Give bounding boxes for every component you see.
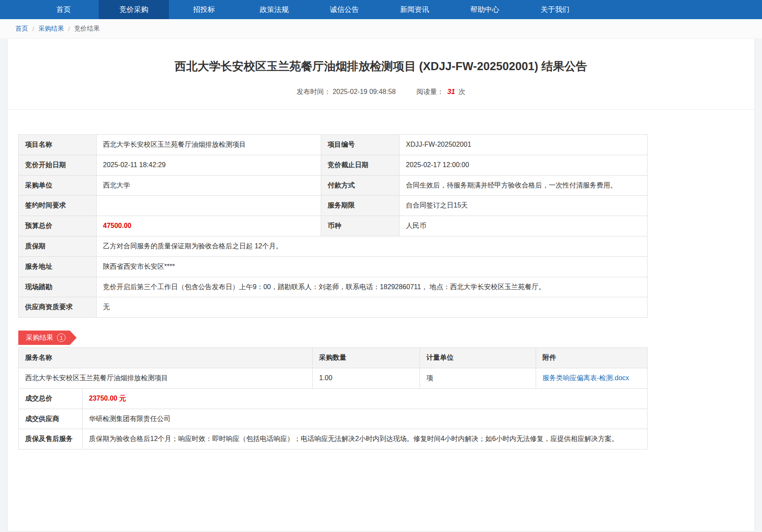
nav-item-news[interactable]: 新闻资讯 [380, 0, 450, 19]
views-label: 阅读量： [417, 88, 444, 95]
table-row: 现场踏勘 竞价开启后第三个工作日（包含公告发布日）上午9：00，踏勘联系人：刘老… [19, 277, 648, 297]
breadcrumb-separator: / [68, 25, 70, 32]
nav-item-policies[interactable]: 政策法规 [239, 0, 309, 19]
table-row: 项目名称 西北大学长安校区玉兰苑餐厅油烟排放检测项目 项目编号 XDJJ-FW-… [19, 135, 648, 155]
breadcrumb-separator: / [32, 25, 34, 32]
deal-supplier-label: 成交供应商 [19, 409, 83, 429]
purchase-result-badge-label: 采购结果 [26, 333, 53, 342]
breadcrumb-home-link[interactable]: 首页 [15, 25, 28, 33]
column-header-attachment: 附件 [536, 348, 648, 368]
breadcrumb: 首页 / 采购结果 / 竞价结果 [0, 19, 762, 38]
field-value: 2025-02-11 18:42:29 [97, 155, 321, 175]
service-name-value: 西北大学长安校区玉兰苑餐厅油烟排放检测项目 [19, 368, 313, 389]
table-row: 质保及售后服务 质保期为验收合格后12个月；响应时效：即时响应（包括电话响应）；… [19, 429, 648, 449]
divider [8, 109, 754, 110]
field-value: 合同生效后，待服务期满并经甲方验收合格后，一次性付清服务费用。 [400, 175, 648, 196]
field-value: 自合同签订之日15天 [400, 196, 648, 216]
top-navigation: 首页 竞价采购 招投标 政策法规 诚信公告 新闻资讯 帮助中心 关于我们 [0, 0, 762, 19]
budget-total-value: 47500.00 [97, 216, 321, 236]
purchase-result-badge: 采购结果 1 [18, 330, 77, 345]
nav-item-about-us[interactable]: 关于我们 [520, 0, 590, 19]
nav-item-help-center[interactable]: 帮助中心 [450, 0, 520, 19]
table-row: 预算总价 47500.00 币种 人民币 [19, 216, 648, 236]
field-label: 供应商资质要求 [19, 297, 97, 318]
purchase-result-badge-number: 1 [57, 333, 66, 342]
column-header-unit: 计量单位 [420, 348, 536, 368]
field-label: 项目编号 [321, 135, 400, 155]
table-row: 采购单位 西北大学 付款方式 合同生效后，待服务期满并经甲方验收合格后，一次性付… [19, 175, 648, 196]
deal-supplier-value: 华研检测集团有限责任公司 [83, 409, 648, 429]
field-value: XDJJ-FW-202502001 [400, 135, 648, 155]
announcement-card: 西北大学长安校区玉兰苑餐厅油烟排放检测项目 (XDJJ-FW-202502001… [7, 38, 755, 532]
field-label: 竞价开始日期 [19, 155, 97, 175]
table-row: 质保期 乙方对合同服务的质量保证期为验收合格后之日起 12个月。 [19, 236, 648, 257]
table-row: 签约时间要求 服务期限 自合同签订之日15天 [19, 196, 648, 216]
field-value [97, 196, 321, 216]
field-value: 乙方对合同服务的质量保证期为验收合格后之日起 12个月。 [97, 236, 648, 257]
field-label: 现场踏勘 [19, 277, 97, 297]
field-label: 签约时间要求 [19, 196, 97, 216]
field-value: 西北大学 [97, 175, 321, 196]
table-row: 成交总价 23750.00 元 [19, 388, 648, 409]
field-value: 陕西省西安市长安区**** [97, 256, 648, 277]
field-label: 付款方式 [321, 175, 400, 196]
nav-item-bidding-purchase[interactable]: 竞价采购 [99, 0, 169, 19]
table-row: 供应商资质要求 无 [19, 297, 648, 318]
column-header-service-name: 服务名称 [19, 348, 313, 368]
page-title: 西北大学长安校区玉兰苑餐厅油烟排放检测项目 (XDJJ-FW-202502001… [8, 39, 754, 74]
deal-total-unit: 元 [119, 395, 126, 402]
field-label: 服务期限 [321, 196, 400, 216]
publish-time-label: 发布时间： [297, 88, 331, 95]
nav-item-tenders[interactable]: 招投标 [169, 0, 239, 19]
deal-total-amount: 23750.00 [89, 395, 117, 402]
field-value: 人民币 [400, 216, 648, 236]
breadcrumb-purchase-results-link[interactable]: 采购结果 [38, 25, 64, 33]
table-header-row: 服务名称 采购数量 计量单位 附件 [19, 348, 648, 368]
deal-warranty-value: 质保期为验收合格后12个月；响应时效：即时响应（包括电话响应）；电话响应无法解决… [83, 429, 648, 449]
field-label: 币种 [321, 216, 400, 236]
field-value: 无 [97, 297, 648, 318]
publish-time-value: 2025-02-19 09:48:58 [333, 88, 396, 95]
table-row: 服务地址 陕西省西安市长安区**** [19, 256, 648, 277]
field-label: 服务地址 [19, 256, 97, 277]
purchase-result-table: 服务名称 采购数量 计量单位 附件 西北大学长安校区玉兰苑餐厅油烟排放检测项目 … [18, 347, 648, 389]
field-label: 预算总价 [19, 216, 97, 236]
nav-item-home[interactable]: 首页 [29, 0, 99, 19]
field-value: 2025-02-17 12:00:00 [400, 155, 648, 175]
unit-value: 项 [420, 368, 536, 389]
deal-info-table: 成交总价 23750.00 元 成交供应商 华研检测集团有限责任公司 质保及售后… [18, 388, 648, 449]
field-label: 质保期 [19, 236, 97, 257]
table-row: 竞价开始日期 2025-02-11 18:42:29 竞价截止日期 2025-0… [19, 155, 648, 175]
project-info-table: 项目名称 西北大学长安校区玉兰苑餐厅油烟排放检测项目 项目编号 XDJJ-FW-… [18, 134, 648, 318]
deal-total-value: 23750.00 元 [83, 388, 648, 409]
nav-item-integrity-notice[interactable]: 诚信公告 [309, 0, 380, 19]
deal-total-label: 成交总价 [19, 388, 83, 409]
attachment-link[interactable]: 服务类响应偏离表-检测.docx [542, 374, 629, 381]
views-unit: 次 [459, 88, 465, 95]
field-label: 竞价截止日期 [321, 155, 400, 175]
table-row: 西北大学长安校区玉兰苑餐厅油烟排放检测项目 1.00 项 服务类响应偏离表-检测… [19, 368, 648, 389]
deal-warranty-label: 质保及售后服务 [19, 429, 83, 449]
table-row: 成交供应商 华研检测集团有限责任公司 [19, 409, 648, 429]
field-value: 竞价开启后第三个工作日（包含公告发布日）上午9：00，踏勘联系人：刘老师，联系电… [97, 277, 648, 297]
field-value: 西北大学长安校区玉兰苑餐厅油烟排放检测项目 [97, 135, 321, 155]
field-label: 项目名称 [19, 135, 97, 155]
purchase-result-section-header: 采购结果 1 [18, 330, 754, 345]
breadcrumb-current: 竞价结果 [74, 25, 100, 33]
column-header-quantity: 采购数量 [313, 348, 420, 368]
field-label: 采购单位 [19, 175, 97, 196]
views-count: 31 [448, 88, 455, 95]
quantity-value: 1.00 [313, 368, 420, 389]
article-meta: 发布时间： 2025-02-19 09:48:58 阅读量： 31 次 [8, 88, 754, 97]
